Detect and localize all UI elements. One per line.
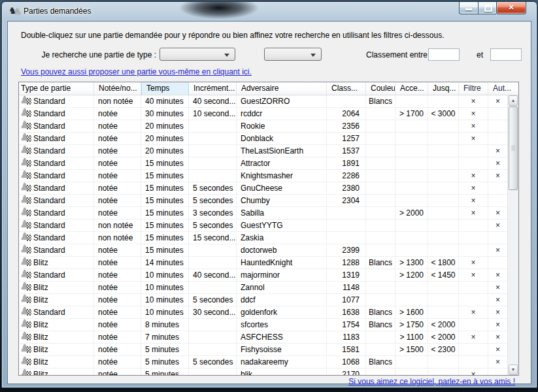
cell-auto: × [488, 145, 507, 157]
cell-max [428, 133, 459, 145]
cell-color: Blancs [366, 306, 395, 319]
game-type-dropdown[interactable] [160, 48, 235, 61]
column-header-max[interactable]: Jusq... [428, 82, 459, 95]
game-row[interactable]: Blitznotée7 minutesASFCHESS1183> 1100< 2… [19, 331, 507, 344]
vertical-scrollbar[interactable]: ▲ ▼ [507, 95, 518, 375]
column-header-min[interactable]: Acce... [395, 82, 428, 95]
cell-auto [488, 108, 507, 120]
cell-rating: 1891 [327, 157, 366, 170]
column-header-filter[interactable]: Filtre [459, 82, 488, 95]
column-header-opponent[interactable]: Adversaire [237, 82, 327, 95]
column-header-rating[interactable]: Class... [327, 82, 366, 95]
column-header-label: Adversaire [241, 84, 278, 93]
cell-color [366, 220, 395, 232]
game-row[interactable]: Standardnotée15 minutes5 secondesChumby2… [19, 195, 507, 207]
cell-increment: 40 second... [189, 269, 237, 282]
column-header-label: Class... [331, 84, 358, 93]
minimize-button[interactable] [459, 2, 478, 14]
cell-color [366, 157, 395, 170]
game-row[interactable]: Standardnon notée15 minutes5 secondesGue… [19, 220, 507, 232]
titlebar[interactable]: ♞ ♙ Parties demandées [2, 2, 537, 21]
close-button[interactable] [496, 2, 526, 14]
cell-min: > 1700 [395, 108, 428, 120]
game-row[interactable]: Standardnotée20 minutesTheLastSionEarth1… [19, 145, 507, 157]
cell-rating: 1068 [327, 356, 366, 368]
cell-rated: notée [94, 257, 141, 269]
game-type-dropdown-value [160, 48, 235, 50]
window-title: Parties demandées [24, 7, 91, 16]
cell-rated: non notée [94, 95, 141, 108]
column-header-label: Incrément... [193, 84, 235, 93]
game-row[interactable]: Standardnotée10 minutes30 second...golde… [19, 306, 507, 319]
cell-time: 30 minutes [141, 108, 189, 120]
cell-opponent: Donblack [237, 133, 327, 145]
cell-rated: notée [94, 207, 141, 220]
cell-filter [459, 344, 488, 356]
cell-time: 15 minutes [141, 157, 189, 170]
cell-color [366, 207, 395, 220]
cell-time: 15 minutes [141, 195, 189, 207]
cell-color [366, 120, 395, 133]
game-row[interactable]: Standardnotée15 minutes5 secondesGnuChee… [19, 182, 507, 195]
cell-opponent: GnuCheese [237, 182, 327, 195]
cell-type: Standard [19, 207, 94, 220]
cell-min [395, 232, 428, 244]
pawn-board-icon [21, 108, 32, 118]
game-row[interactable]: Standardnotée30 minutes10 second...rcddc… [19, 108, 507, 120]
scroll-down-arrow-icon[interactable]: ▼ [509, 365, 518, 375]
game-row[interactable]: Blitznotée14 minutesHauntedKnight1288Bla… [19, 257, 507, 269]
game-row[interactable]: Blitznotée5 minutesblik2170× [19, 368, 507, 375]
cell-time: 20 minutes [141, 145, 189, 157]
desktop-background: ♞ ♙ Parties demandées Double-cliquez sur… [0, 0, 538, 392]
game-variant-dropdown[interactable] [264, 48, 322, 61]
game-row[interactable]: Standardnotée20 minutesRookie2356× [19, 120, 507, 133]
cell-time: 10 minutes [141, 269, 189, 282]
game-row[interactable]: Standardnotée15 minutes3 secondesSabilla… [19, 207, 507, 220]
cell-auto: × [488, 331, 507, 344]
cell-increment: 5 secondes [189, 182, 237, 195]
game-row[interactable]: Standardnotée10 minutes40 second...major… [19, 269, 507, 282]
game-type-label: Je recherche une partie de type : [8, 50, 156, 59]
pawn-board-icon [21, 171, 32, 180]
game-row[interactable]: Blitznotée10 minutes5 secondesddcf1077× [19, 294, 507, 306]
cell-filter: × [459, 120, 488, 133]
game-row[interactable]: Standardnotée15 minutesdoctorweb2399× [19, 244, 507, 257]
column-header-time[interactable]: Temps▼ [141, 82, 189, 95]
cell-text: Blitz [33, 258, 48, 267]
game-row[interactable]: Blitznotée5 minutesFishysoisse1581> 1500… [19, 344, 507, 356]
share-software-link[interactable]: Si vous aimez ce logiciel, parlez-en à v… [348, 377, 515, 386]
column-header-type[interactable]: Type de partie [19, 82, 94, 95]
game-row[interactable]: Standardnotée15 minutesKnightsmasher2286… [19, 170, 507, 182]
cell-rated: notée [94, 157, 141, 170]
scroll-up-arrow-icon[interactable]: ▲ [509, 95, 518, 106]
cell-filter: × [459, 368, 488, 375]
game-row[interactable]: Standardnon notée40 minutes40 second...G… [19, 95, 507, 108]
cell-text: Blitz [33, 295, 48, 304]
scrollbar-thumb[interactable] [509, 106, 518, 190]
game-row[interactable]: Standardnotée20 minutesDonblack1257× [19, 133, 507, 145]
cell-auto [488, 120, 507, 133]
cell-type: Standard [19, 145, 94, 157]
cell-rated: notée [94, 344, 141, 356]
cell-type: Standard [19, 195, 94, 207]
propose-game-link[interactable]: Vous pouvez aussi proposer une partie vo… [21, 67, 252, 76]
cell-opponent: TheLastSionEarth [237, 145, 327, 157]
game-row[interactable]: Standardnon notée15 minutes15 second...Z… [19, 232, 507, 244]
game-row[interactable]: Blitznotée10 minutesZannol1148× [19, 282, 507, 294]
column-header-increment[interactable]: Incrément... [189, 82, 237, 95]
rating-min-input[interactable] [428, 48, 460, 61]
cell-rating: 1257 [327, 133, 366, 145]
cell-rated: notée [94, 182, 141, 195]
cell-time: 15 minutes [141, 232, 189, 244]
maximize-button[interactable] [478, 2, 496, 14]
cell-type: Blitz [19, 257, 94, 269]
game-row[interactable]: Blitznotée5 minutes5 secondesnadakareemy… [19, 356, 507, 368]
cell-time: 40 minutes [141, 95, 189, 108]
game-row[interactable]: Standardnotée15 minutesAttractor1891× [19, 157, 507, 170]
column-header-rated[interactable]: Notée/no... [94, 82, 141, 95]
column-header-color[interactable]: Couleur [366, 82, 395, 95]
column-header-auto[interactable]: Aut... [488, 82, 518, 95]
cell-increment: 3 secondes [189, 207, 237, 220]
game-row[interactable]: Blitznotée8 minutessfcortes1754Blancs> 1… [19, 319, 507, 331]
rating-max-input[interactable] [490, 48, 522, 61]
